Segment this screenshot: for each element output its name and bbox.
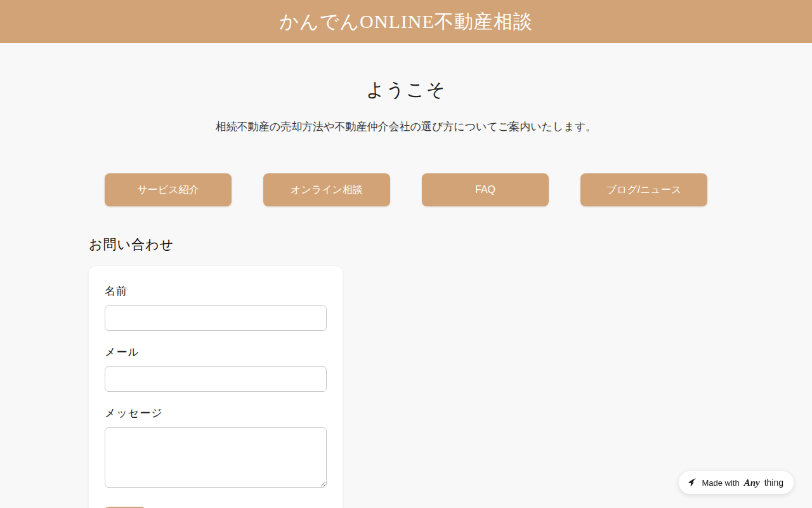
contact-section: お問い合わせ 名前 メール メッセージ 送信 <box>89 236 723 508</box>
nav-button-services[interactable]: サービス紹介 <box>105 173 232 206</box>
message-textarea[interactable] <box>105 427 327 488</box>
brand-thing: thing <box>764 478 783 488</box>
name-field-group: 名前 <box>105 284 327 331</box>
message-label: メッセージ <box>105 406 327 420</box>
name-input[interactable] <box>105 305 327 331</box>
nav-button-blog-news[interactable]: ブログ/ニュース <box>580 173 707 206</box>
email-field-group: メール <box>105 345 327 392</box>
name-label: 名前 <box>105 284 327 298</box>
made-with-text: Made with <box>702 478 739 488</box>
email-input[interactable] <box>105 366 327 392</box>
site-header: かんでんONLINE不動産相談 <box>0 0 812 43</box>
page-title: かんでんONLINE不動産相談 <box>279 9 532 35</box>
anything-bird-icon <box>687 478 697 488</box>
contact-form-card: 名前 メール メッセージ 送信 <box>89 266 343 508</box>
message-field-group: メッセージ <box>105 406 327 490</box>
contact-heading: お問い合わせ <box>89 236 723 253</box>
email-label: メール <box>105 345 327 359</box>
made-with-anything-badge[interactable]: Made with Anything <box>679 471 794 494</box>
main-content: ようこそ 相続不動産の売却方法や不動産仲介会社の選び方についてご案内いたします。… <box>89 77 723 508</box>
brand-any: Any <box>744 478 760 488</box>
welcome-section: ようこそ 相続不動産の売却方法や不動産仲介会社の選び方についてご案内いたします。 <box>89 77 723 134</box>
nav-button-row: サービス紹介 オンライン相談 FAQ ブログ/ニュース <box>89 173 723 206</box>
welcome-heading: ようこそ <box>89 77 723 103</box>
nav-button-online-consult[interactable]: オンライン相談 <box>263 173 390 206</box>
welcome-subtitle: 相続不動産の売却方法や不動産仲介会社の選び方についてご案内いたします。 <box>89 119 723 134</box>
nav-button-faq[interactable]: FAQ <box>422 173 549 206</box>
